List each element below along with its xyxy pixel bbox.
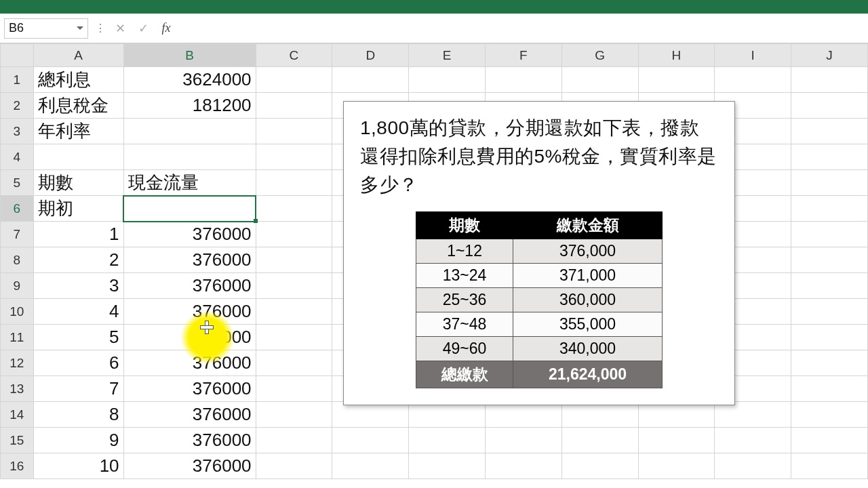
col-header-B[interactable]: B xyxy=(123,44,256,67)
cell-J4[interactable] xyxy=(791,144,868,170)
cell-A4[interactable] xyxy=(33,144,123,170)
cell-A1[interactable]: 總利息 xyxy=(33,67,123,93)
fx-icon[interactable]: fx xyxy=(155,18,178,39)
cell-C10[interactable] xyxy=(256,299,332,325)
cell-C15[interactable] xyxy=(256,428,332,453)
cell-C5[interactable] xyxy=(256,170,332,196)
cell-H14[interactable] xyxy=(638,402,715,428)
col-header-D[interactable]: D xyxy=(332,44,409,67)
cell-A11[interactable]: 5 xyxy=(33,325,123,350)
cell-J2[interactable] xyxy=(791,93,868,119)
cell-B1[interactable]: 3624000 xyxy=(123,67,256,93)
cell-C6[interactable] xyxy=(256,196,332,222)
cell-A2[interactable]: 利息稅金 xyxy=(33,93,123,119)
cell-B2[interactable]: 181200 xyxy=(123,93,256,119)
cell-E15[interactable] xyxy=(409,428,486,453)
cell-H1[interactable] xyxy=(638,67,715,93)
cell-G15[interactable] xyxy=(561,428,638,453)
row-header-10[interactable]: 10 xyxy=(1,299,34,325)
row-header-11[interactable]: 11 xyxy=(1,325,34,350)
row-header-7[interactable]: 7 xyxy=(1,222,34,247)
cell-D14[interactable] xyxy=(332,402,409,428)
cell-E16[interactable] xyxy=(409,453,486,479)
cell-C12[interactable] xyxy=(256,350,332,376)
cell-A3[interactable]: 年利率 xyxy=(33,119,123,144)
cell-G16[interactable] xyxy=(561,453,638,479)
row-header-5[interactable]: 5 xyxy=(1,170,34,196)
row-header-4[interactable]: 4 xyxy=(1,144,34,170)
cell-H16[interactable] xyxy=(638,453,715,479)
cell-I14[interactable] xyxy=(715,402,791,428)
cell-G1[interactable] xyxy=(561,67,638,93)
cell-A10[interactable]: 4 xyxy=(33,299,123,325)
cell-B7[interactable]: 376000 xyxy=(123,222,256,247)
cell-A16[interactable]: 10 xyxy=(33,453,123,479)
cell-C4[interactable] xyxy=(256,144,332,170)
cell-J14[interactable] xyxy=(791,402,868,428)
cell-C7[interactable] xyxy=(256,222,332,247)
cell-B15[interactable]: 376000 xyxy=(123,428,256,453)
formula-input[interactable] xyxy=(178,18,868,39)
cell-J9[interactable] xyxy=(791,273,868,299)
row-header-12[interactable]: 12 xyxy=(1,350,34,376)
row-header-6[interactable]: 6 xyxy=(1,196,34,222)
row-header-8[interactable]: 8 xyxy=(1,247,34,273)
cell-J8[interactable] xyxy=(791,247,868,273)
cell-C11[interactable] xyxy=(256,325,332,350)
cell-A15[interactable]: 9 xyxy=(33,428,123,453)
col-header-A[interactable]: A xyxy=(33,44,123,67)
cell-C8[interactable] xyxy=(256,247,332,273)
cell-B9[interactable]: 376000 xyxy=(123,273,256,299)
row-header-14[interactable]: 14 xyxy=(1,402,34,428)
cell-C1[interactable] xyxy=(256,67,332,93)
cell-C13[interactable] xyxy=(256,376,332,402)
cell-A6[interactable]: 期初 xyxy=(33,196,123,222)
cell-C14[interactable] xyxy=(256,402,332,428)
cell-A14[interactable]: 8 xyxy=(33,402,123,428)
cell-B5[interactable]: 現金流量 xyxy=(123,170,256,196)
row-header-16[interactable]: 16 xyxy=(1,453,34,479)
cell-E1[interactable] xyxy=(409,67,486,93)
cell-I1[interactable] xyxy=(715,67,791,93)
cell-F16[interactable] xyxy=(485,453,561,479)
row-header-9[interactable]: 9 xyxy=(1,273,34,299)
cell-B13[interactable]: 376000 xyxy=(123,376,256,402)
cell-D1[interactable] xyxy=(332,67,409,93)
col-header-F[interactable]: F xyxy=(485,44,561,67)
cell-J13[interactable] xyxy=(791,376,868,402)
cell-G14[interactable] xyxy=(561,402,638,428)
cell-J10[interactable] xyxy=(791,299,868,325)
cell-F1[interactable] xyxy=(485,67,561,93)
cell-J11[interactable] xyxy=(791,325,868,350)
cell-A7[interactable]: 1 xyxy=(33,222,123,247)
cell-B16[interactable]: 376000 xyxy=(123,453,256,479)
cell-F15[interactable] xyxy=(485,428,561,453)
cell-J16[interactable] xyxy=(791,453,868,479)
row-header-1[interactable]: 1 xyxy=(1,67,34,93)
cell-J3[interactable] xyxy=(791,119,868,144)
select-all-corner[interactable] xyxy=(1,44,34,67)
cell-A9[interactable]: 3 xyxy=(33,273,123,299)
row-header-15[interactable]: 15 xyxy=(1,428,34,453)
cell-A5[interactable]: 期數 xyxy=(33,170,123,196)
cell-C3[interactable] xyxy=(256,119,332,144)
cell-B8[interactable]: 376000 xyxy=(123,247,256,273)
cell-J15[interactable] xyxy=(791,428,868,453)
cell-A13[interactable]: 7 xyxy=(33,376,123,402)
cell-I16[interactable] xyxy=(715,453,791,479)
cell-F14[interactable] xyxy=(485,402,561,428)
cell-J12[interactable] xyxy=(791,350,868,376)
cell-J1[interactable] xyxy=(791,67,868,93)
cell-E14[interactable] xyxy=(409,402,486,428)
cell-D16[interactable] xyxy=(332,453,409,479)
cell-B11[interactable]: 376000 xyxy=(123,325,256,350)
col-header-G[interactable]: G xyxy=(561,44,638,67)
col-header-C[interactable]: C xyxy=(256,44,332,67)
col-header-I[interactable]: I xyxy=(715,44,791,67)
cell-J5[interactable] xyxy=(791,170,868,196)
cell-J7[interactable] xyxy=(791,222,868,247)
col-header-J[interactable]: J xyxy=(791,44,868,67)
cell-B3[interactable] xyxy=(123,119,256,144)
cell-D15[interactable] xyxy=(332,428,409,453)
cell-B4[interactable] xyxy=(123,144,256,170)
